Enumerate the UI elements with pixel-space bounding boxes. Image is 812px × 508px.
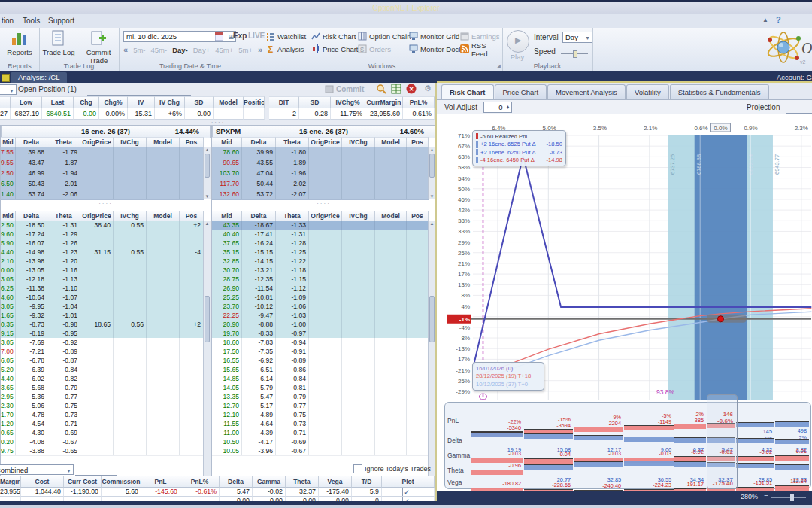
svg-text:67%: 67%	[458, 143, 470, 150]
gear-icon[interactable]: ⚙	[424, 84, 432, 93]
zoom-slider[interactable]	[771, 497, 806, 498]
window-item-analysis[interactable]: ΣAnalysis	[266, 44, 304, 54]
cell-ivchg	[342, 446, 375, 455]
scroll-up-icon[interactable]: ▲	[204, 147, 211, 153]
trade-log-button[interactable]: Trade Log	[39, 48, 78, 56]
scroll-up-icon[interactable]: ▲	[204, 221, 211, 227]
speed-slider[interactable]	[561, 51, 588, 56]
ignore-trades-checkbox[interactable]	[353, 464, 362, 473]
tab-price-chart[interactable]: Price Chart	[495, 84, 547, 99]
combined-select[interactable]: Combined ▼	[0, 464, 74, 475]
export-icon[interactable]	[391, 84, 401, 96]
window-item-risk-chart[interactable]: Risk Chart	[311, 32, 356, 41]
cell-pos	[407, 311, 429, 320]
menu-item-support[interactable]: Support	[45, 16, 77, 26]
cell-pos	[407, 230, 429, 239]
cell-ivchg	[342, 419, 375, 428]
option-row[interactable]: 9.75-3.88-0.65	[1, 446, 204, 456]
search-icon[interactable]	[376, 84, 386, 96]
time-step-5m[interactable]: 5m-	[133, 46, 145, 54]
scrollbar-thumb[interactable]	[205, 296, 210, 342]
svg-text:46%: 46%	[458, 196, 470, 203]
splitter-handle[interactable]: ····	[1, 201, 211, 207]
chart-legend[interactable]: -5.60 Realized PnL+2 16ene. 6525 Put Δ-1…	[472, 130, 566, 166]
speed-slider-thumb[interactable]	[573, 50, 577, 58]
analysis-doc-tab[interactable]: Analysis: /CL	[11, 72, 67, 83]
time-step-Day[interactable]: Day-	[172, 46, 188, 54]
tab-movement-analysis[interactable]: Movement Analysis	[547, 84, 626, 99]
option-row[interactable]: 6.5050.43-2.01	[1, 178, 204, 190]
cell-theta: -1.22	[276, 257, 309, 266]
time-step-45m[interactable]: 45m-	[151, 46, 168, 54]
plot-checkbox[interactable]: ✓	[402, 488, 411, 497]
trading-date-input[interactable]: mi. 10 dic. 2025 ⊞	[123, 31, 236, 42]
svg-text:38%: 38%	[458, 217, 470, 224]
quote-header: SD	[185, 96, 214, 108]
option-row[interactable]: 2.5046.99-1.94	[1, 168, 204, 179]
menu-item-partial[interactable]: tion	[0, 16, 17, 26]
zoom-slider-thumb[interactable]	[790, 494, 794, 501]
scrollbar-thumb[interactable]	[205, 154, 210, 178]
group-corner-icon[interactable]: ◢	[497, 63, 501, 69]
time-step-Day[interactable]: Day+	[193, 46, 210, 54]
option-row[interactable]: 117.7050.44-2.02	[212, 178, 429, 190]
help-icon[interactable]: ?	[776, 15, 781, 24]
tab-statistics-fundamentals[interactable]: Statistics & Fundamentals	[670, 84, 769, 99]
svg-text:0.0%: 0.0%	[714, 125, 727, 132]
spinner-down-icon[interactable]: ▼	[506, 103, 510, 113]
scroll-down-icon[interactable]: ▼	[204, 193, 211, 199]
cell-ivchg	[114, 189, 147, 199]
trade-log-icon[interactable]	[51, 30, 65, 48]
vol-adjust-row: Vol Adjust 0 ▲ ▼ Projection 10/12/2025	[437, 99, 812, 115]
vol-adjust-spinner[interactable]: 0 ▲ ▼	[483, 102, 512, 113]
tab-risk-chart[interactable]: Risk Chart	[441, 84, 494, 99]
cell-model	[147, 157, 180, 168]
reports-icon[interactable]	[11, 30, 29, 48]
window-item-price-chart[interactable]: Price Chart	[311, 44, 359, 54]
cell-delta: -8.88	[242, 320, 276, 329]
option-row[interactable]: 1.4053.74-2.06	[1, 189, 204, 200]
option-row[interactable]: 90.6543.55-1.89	[212, 157, 429, 169]
time-step-5m[interactable]: 5m+	[238, 46, 253, 54]
greeks-current-column[interactable]	[707, 394, 738, 489]
cell-theta: -1.28	[276, 239, 309, 248]
position-filter-select[interactable]: ▼	[0, 84, 17, 95]
window-item-option-chain[interactable]: Option Chain	[358, 32, 411, 41]
cell-mid: 78.60	[212, 147, 242, 157]
splitter-handle[interactable]: ····	[212, 201, 435, 207]
scrollbar-thumb[interactable]	[429, 296, 435, 342]
scrollbar[interactable]: ▲▼	[203, 147, 211, 199]
option-row[interactable]: 103.7047.04-1.96	[212, 168, 429, 179]
zoom-out-icon[interactable]: −	[764, 491, 768, 500]
cell-model	[375, 157, 407, 168]
option-row[interactable]: 78.6039.99-1.80	[212, 147, 429, 158]
chart-date-box[interactable]: 16/01/2026 (0)28/12/2025 (19) T+1810/12/…	[472, 362, 544, 391]
commit-trade-icon[interactable]	[90, 30, 107, 48]
option-row[interactable]: 10.05-3.96-0.67	[212, 446, 429, 456]
option-row[interactable]: 132.6053.72-2.07	[212, 189, 429, 200]
scrollbar-thumb[interactable]	[429, 154, 435, 178]
step-back-icon[interactable]: «	[123, 45, 128, 54]
collapse-ribbon-icon[interactable]: ▲	[762, 17, 768, 23]
reports-button[interactable]: Reports	[0, 48, 39, 56]
option-row[interactable]: 7.5539.88-1.79	[1, 147, 204, 158]
time-step-45m[interactable]: 45m+	[215, 46, 233, 54]
menu-item-tools[interactable]: Tools	[20, 16, 43, 26]
close-icon[interactable]: ✕	[406, 84, 417, 96]
quote-header: SD	[299, 96, 331, 108]
exp-label[interactable]: Exp	[233, 32, 247, 40]
calendar-icon[interactable]	[215, 32, 223, 42]
cell-ivchg	[342, 284, 375, 293]
commit-button[interactable]: Commit	[336, 85, 364, 93]
option-row[interactable]: 9.5543.47-1.87	[1, 157, 204, 169]
window-item-monitor-dock[interactable]: Monitor Dock	[409, 44, 462, 54]
cell-pos	[180, 311, 204, 320]
tab-volatility[interactable]: Volatility	[626, 84, 669, 99]
window-item-monitor-grid[interactable]: Monitor Grid	[409, 32, 459, 41]
interval-select[interactable]: Day ▼	[562, 32, 592, 43]
watchlist-icon	[266, 32, 275, 42]
play-button[interactable]: ▶	[507, 30, 529, 53]
cell-theta: -0.79	[276, 392, 309, 401]
window-item-watchlist[interactable]: Watchlist	[266, 32, 306, 41]
window-item-rss-feed[interactable]: RSS Feed	[460, 44, 502, 54]
